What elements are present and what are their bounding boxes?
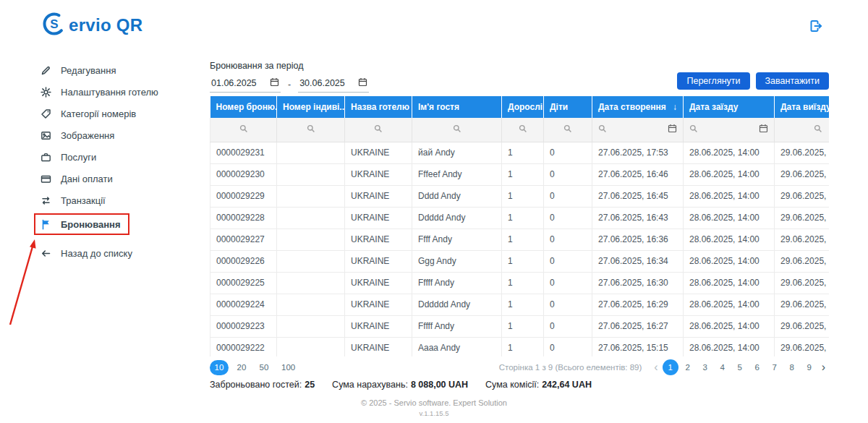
table-row[interactable]: 0000029226UKRAINEGgg Andy1027.06.2025, 1… — [210, 250, 830, 272]
page-button-8[interactable]: 8 — [784, 359, 800, 375]
page-size-button-20[interactable]: 20 — [232, 360, 251, 375]
table-row[interactable]: 0000029224UKRAINEDddddd Andy1027.06.2025… — [210, 294, 830, 315]
prev-page-button[interactable]: ‹ — [650, 362, 661, 373]
image-icon — [41, 130, 51, 141]
sidebar-item-images[interactable]: Зображення — [41, 124, 207, 146]
filter-adults[interactable] — [502, 118, 544, 142]
column-header-individual-number[interactable]: Номер індиві... — [277, 96, 345, 118]
column-header-hotel-name[interactable]: Назва готелю — [345, 96, 412, 118]
table-cell: 28.06.2025, 14:00 — [684, 185, 775, 207]
table-cell: UKRAINE — [345, 315, 412, 337]
table-row[interactable]: 0000029230UKRAINEFffeef Andy1027.06.2025… — [210, 163, 830, 185]
filter-arrival-date[interactable] — [684, 118, 775, 142]
table-cell: 27.06.2025, 16:43 — [592, 207, 684, 228]
sidebar-item-room-categories[interactable]: Категорії номерів — [41, 103, 207, 124]
table-row[interactable]: 0000029231UKRAINEйай Andy1027.06.2025, 1… — [210, 142, 830, 163]
search-icon — [598, 124, 607, 135]
sort-desc-icon: ↓ — [673, 102, 677, 112]
page-button-9[interactable]: 9 — [801, 359, 817, 375]
sidebar-item-label: Бронювання — [61, 219, 121, 230]
table-cell: 0000029231 — [210, 142, 277, 163]
table-cell: 29.06.2025, 12:00 — [775, 142, 830, 163]
next-page-button[interactable]: › — [818, 362, 829, 373]
column-header-arrival-date[interactable]: Дата заїзду — [684, 96, 775, 118]
table-row[interactable]: 0000029227UKRAINEFfff Andy1027.06.2025, … — [210, 228, 830, 250]
logo-text: ervio QR — [69, 15, 142, 35]
page-button-6[interactable]: 6 — [749, 359, 765, 375]
table-cell: 29.06.2025, 12:00 — [775, 315, 830, 337]
table-cell: 1 — [502, 250, 544, 272]
sidebar-item-payment-data[interactable]: Дані оплати — [41, 168, 207, 189]
table-cell: UKRAINE — [345, 207, 412, 228]
filter-individual-number[interactable] — [277, 118, 345, 142]
sidebar-item-services[interactable]: Послуги — [41, 146, 207, 168]
version-text: v.1.1.15.5 — [0, 409, 868, 417]
table-cell: 27.06.2025, 16:36 — [592, 228, 684, 250]
column-header-booking-number[interactable]: Номер броню... — [210, 96, 277, 118]
table-cell: 28.06.2025, 14:00 — [684, 228, 775, 250]
table-cell: UKRAINE — [345, 228, 412, 250]
sidebar-item-hotel-settings[interactable]: Налаштування готелю — [41, 81, 207, 103]
column-header-children[interactable]: Діти — [544, 96, 592, 118]
calendar-icon[interactable] — [668, 124, 677, 135]
page-size-button-50[interactable]: 50 — [255, 360, 273, 375]
sidebar-item-bookings[interactable]: Бронювання — [34, 213, 129, 235]
filter-departure-date[interactable] — [775, 118, 830, 142]
table-row[interactable]: 0000029223UKRAINEFffff Andy1027.06.2025,… — [210, 315, 830, 337]
table-cell: 28.06.2025, 14:00 — [684, 315, 775, 337]
filter-booking-number[interactable] — [210, 118, 277, 142]
pencil-icon — [41, 65, 51, 76]
page-button-1[interactable]: 1 — [663, 359, 678, 375]
calendar-icon[interactable] — [759, 124, 768, 135]
table-cell — [277, 163, 345, 185]
table-cell: 0 — [544, 142, 592, 163]
filter-children[interactable] — [544, 118, 592, 142]
view-button[interactable]: Переглянути — [677, 72, 749, 90]
column-header-guest-name[interactable]: Ім'я гостя — [412, 96, 502, 118]
filter-guest-name[interactable] — [412, 118, 502, 142]
page-buttons: 123456789 — [662, 359, 818, 375]
table-cell: 0 — [544, 207, 592, 228]
page-button-2[interactable]: 2 — [680, 359, 696, 375]
table-cell: UKRAINE — [345, 294, 412, 315]
table-cell: йай Andy — [412, 142, 502, 163]
column-header-adults[interactable]: Дорослі — [502, 96, 544, 118]
page-size-button-10[interactable]: 10 — [210, 360, 229, 375]
svg-text:S: S — [50, 17, 58, 31]
table-cell: 29.06.2025, 12:00 — [775, 163, 830, 185]
table-row[interactable]: 0000029225UKRAINEFffff Andy1027.06.2025,… — [210, 272, 830, 294]
download-button[interactable]: Завантажити — [756, 72, 829, 90]
table-cell: Dddddd Andy — [412, 294, 502, 315]
table-cell — [277, 207, 345, 228]
date-from-input[interactable]: 01.06.2025 — [210, 77, 281, 93]
page-button-7[interactable]: 7 — [767, 359, 783, 375]
page-button-5[interactable]: 5 — [732, 359, 748, 375]
date-to-input[interactable]: 30.06.2025 — [298, 77, 369, 93]
column-header-created-date[interactable]: Дата створення ↓ — [592, 96, 684, 118]
bookings-table: Номер броню... Номер індиві... Назва гот… — [210, 96, 829, 356]
sidebar-item-editing[interactable]: Редагування — [41, 59, 207, 81]
logout-icon[interactable] — [809, 19, 823, 33]
table-row[interactable]: 0000029222UKRAINEAaaa Andy1027.06.2025, … — [210, 337, 830, 356]
sidebar-item-transactions[interactable]: Транзакції — [41, 189, 207, 211]
sidebar-item-label: Транзакції — [61, 195, 106, 206]
calendar-icon[interactable] — [358, 77, 367, 89]
servio-logo-icon: S — [42, 12, 67, 39]
page-button-4[interactable]: 4 — [715, 359, 731, 375]
page-size-button-100[interactable]: 100 — [277, 360, 299, 375]
table-cell: 1 — [502, 142, 544, 163]
calendar-icon[interactable] — [270, 77, 279, 89]
table-row[interactable]: 0000029228UKRAINEDdddd Andy1027.06.2025,… — [210, 207, 830, 228]
column-header-label: Дата створення — [598, 102, 666, 112]
page-button-3[interactable]: 3 — [697, 359, 713, 375]
table-cell: 27.06.2025, 17:53 — [592, 142, 684, 163]
table-row[interactable]: 0000029229UKRAINEDddd Andy1027.06.2025, … — [210, 185, 830, 207]
table-cell: 29.06.2025, 12:00 — [775, 272, 830, 294]
back-to-list-link[interactable]: Назад до списку — [41, 242, 207, 264]
table-cell: 0000029223 — [210, 315, 277, 337]
table-cell: 0000029224 — [210, 294, 277, 315]
sidebar-item-label: Зображення — [61, 130, 114, 141]
filter-created-date[interactable] — [592, 118, 684, 142]
column-header-departure-date[interactable]: Дата виїзду — [775, 96, 830, 118]
filter-hotel-name[interactable] — [345, 118, 412, 142]
